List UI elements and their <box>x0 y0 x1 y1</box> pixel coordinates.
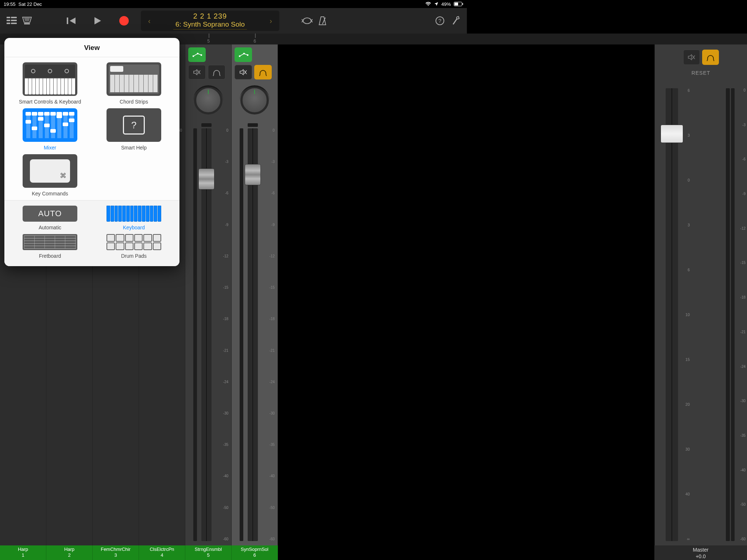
play-button[interactable] <box>92 15 104 27</box>
mute-button[interactable] <box>235 65 252 79</box>
battery-icon <box>454 2 463 6</box>
channel-strip-6[interactable]: 0-3-6-9-12-15-18-21-24-30-35-40-50-60 <box>232 44 278 350</box>
input-automatic[interactable]: AUTO Automatic <box>12 206 88 230</box>
view-key-commands[interactable]: Key Commands <box>12 154 88 197</box>
settings-button[interactable] <box>449 15 461 27</box>
pan-knob[interactable] <box>240 86 269 114</box>
track-name-display[interactable]: 6: Synth Soprano Solo <box>173 20 247 30</box>
prev-track-arrow[interactable]: ‹ <box>147 17 152 25</box>
ruler-marker: 6 <box>253 39 256 44</box>
svg-rect-4 <box>11 17 17 18</box>
input-keyboard[interactable]: Keyboard <box>96 206 172 230</box>
location-icon <box>434 2 438 6</box>
svg-rect-5 <box>7 20 10 21</box>
fader-handle[interactable] <box>198 168 214 190</box>
svg-rect-6 <box>11 20 17 21</box>
svg-point-14 <box>457 17 459 19</box>
automation-button[interactable] <box>235 47 252 62</box>
playhead-position[interactable]: 2 2 1 239 <box>152 12 268 20</box>
view-menu-button[interactable] <box>6 15 18 27</box>
empty-mixer-area <box>278 44 467 350</box>
status-date: Sat 22 Dec <box>19 1 42 7</box>
svg-rect-10 <box>67 18 68 24</box>
peak-indicator <box>248 123 258 127</box>
peak-indicator <box>201 123 212 127</box>
browser-button[interactable] <box>21 15 33 27</box>
input-drum-pads[interactable]: Drum Pads <box>96 234 172 259</box>
fader-track[interactable] <box>201 128 212 350</box>
view-smart-help[interactable]: Smart Help <box>96 108 172 151</box>
view-chord-strips[interactable]: Chord Strips <box>96 62 172 105</box>
svg-text:?: ? <box>438 18 441 24</box>
db-scale: 0-3-6-9-12-15-18-21-24-30-35-40-50-60 <box>265 128 275 350</box>
svg-rect-8 <box>11 23 17 24</box>
popover-title: View <box>4 38 179 57</box>
svg-rect-9 <box>24 23 30 24</box>
cycle-button[interactable] <box>301 15 313 27</box>
level-meter <box>240 128 243 350</box>
solo-button-active[interactable] <box>254 65 272 79</box>
help-button[interactable]: ? <box>434 15 446 27</box>
rewind-button[interactable] <box>66 15 77 27</box>
toolbar: ‹ 2 2 1 239 6: Synth Soprano Solo › ? <box>0 8 467 34</box>
fader-track[interactable] <box>248 128 258 350</box>
wifi-icon <box>425 2 431 6</box>
mute-button[interactable] <box>188 65 206 79</box>
fader-handle[interactable] <box>245 164 261 185</box>
svg-rect-2 <box>462 3 463 5</box>
pan-knob[interactable] <box>194 86 222 114</box>
metronome-button[interactable] <box>317 15 328 27</box>
svg-rect-7 <box>7 23 10 24</box>
svg-rect-3 <box>7 17 10 18</box>
lcd-display: ‹ 2 2 1 239 6: Synth Soprano Solo › <box>141 11 279 31</box>
record-button[interactable] <box>118 15 130 27</box>
battery-percent: 49% <box>441 1 451 7</box>
status-bar: 19:55 Sat 22 Dec 49% <box>0 0 467 8</box>
view-smart-controls[interactable]: Smart Controls & Keyboard <box>12 62 88 105</box>
automation-button[interactable] <box>188 47 206 62</box>
status-time: 19:55 <box>4 1 16 7</box>
view-mixer[interactable]: Mixer <box>12 108 88 151</box>
level-meter <box>193 128 197 350</box>
svg-rect-1 <box>454 3 458 5</box>
ruler-marker: 5 <box>207 39 210 44</box>
next-track-arrow[interactable]: › <box>268 17 274 25</box>
input-fretboard[interactable]: Fretboard <box>12 234 88 259</box>
channel-strip-5[interactable]: 0-3-6-9-12-15-18-21-24-30-35-40-50-60 <box>185 44 232 350</box>
db-scale: 0-3-6-9-12-15-18-21-24-30-35-40-50-60 <box>219 128 228 350</box>
solo-button[interactable] <box>208 65 225 79</box>
view-popover: View Smart Controls & Keyboard Chord Str… <box>4 38 179 266</box>
